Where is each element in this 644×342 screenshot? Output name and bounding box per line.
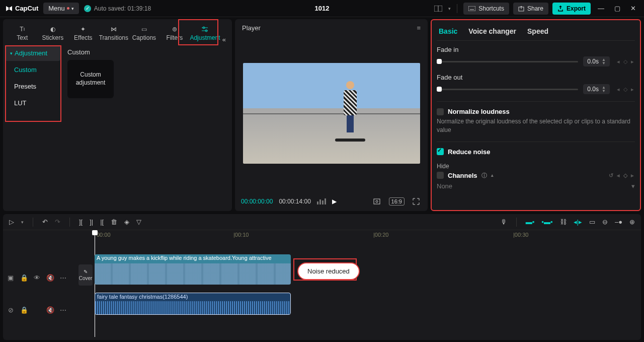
tab-text[interactable]: TIText bbox=[7, 25, 38, 43]
sidebar-item-lut[interactable]: LUT bbox=[5, 95, 60, 111]
shield-icon[interactable]: ◈ bbox=[124, 218, 129, 226]
stepper-icon[interactable]: ▲▼ bbox=[602, 58, 606, 65]
video-clip[interactable]: A young guy makes a kickflip while ridin… bbox=[95, 254, 291, 285]
hamburger-icon[interactable]: ≡ bbox=[417, 24, 421, 32]
svg-point-10 bbox=[376, 200, 378, 202]
zoom-out-icon[interactable]: ⊖ bbox=[602, 218, 608, 226]
fade-in-slider[interactable] bbox=[437, 61, 578, 62]
current-timecode[interactable]: 00:00:00:00 bbox=[241, 198, 273, 205]
inspector-panel: Basic Voice changer Speed Fade in 0.0s▲▼… bbox=[431, 19, 641, 211]
timeline-panel: ▷ ▾ ↶ ↷ ]​[ ]​| |​[ 🗑 ◈ ▽ 🎙 ▬▪ ▪▬▪ ⛓ ◂|▸… bbox=[3, 214, 641, 340]
tab-effects[interactable]: ✦Effects bbox=[68, 25, 99, 43]
reduce-noise-row[interactable]: Reduce noise bbox=[437, 148, 635, 156]
checkbox-unchecked-icon[interactable] bbox=[437, 108, 444, 115]
magnet-on-icon[interactable]: ▬▪ bbox=[526, 218, 535, 226]
fade-in-value[interactable]: 0.0s▲▼ bbox=[583, 56, 610, 66]
shortcuts-button[interactable]: Shortcuts bbox=[463, 3, 509, 15]
track-collapse-icon[interactable]: ▣ bbox=[7, 274, 14, 282]
track-collapse-icon[interactable]: ⊘ bbox=[7, 306, 14, 314]
tab-stickers[interactable]: ◐Stickers bbox=[38, 25, 68, 43]
chevron-up-icon[interactable]: ▴ bbox=[491, 173, 494, 178]
capcut-logo-icon bbox=[5, 5, 13, 13]
timeline-ruler[interactable]: 00:00 |00:10 |00:20 |00:30 bbox=[94, 230, 641, 242]
keyframe-nav-icon[interactable]: ◂ ◇ ▸ bbox=[617, 86, 635, 93]
custom-adjustment-thumb[interactable]: Custom adjustment bbox=[67, 60, 114, 98]
mic-icon[interactable]: 🎙 bbox=[501, 218, 507, 226]
badge-icon[interactable]: ▽ bbox=[136, 218, 141, 226]
channels-row[interactable]: Channels ⓘ ▴ ↺ ◂ ◇ ▸ bbox=[437, 172, 635, 179]
share-button[interactable]: Share bbox=[513, 3, 548, 15]
link-icon[interactable]: ⛓ bbox=[560, 218, 567, 226]
check-icon: ✓ bbox=[84, 5, 91, 12]
eye-icon[interactable]: 👁 bbox=[33, 274, 40, 282]
hide-label: Hide bbox=[437, 163, 635, 170]
export-button[interactable]: Export bbox=[552, 3, 591, 15]
lock-icon[interactable]: 🔒 bbox=[20, 274, 27, 282]
captions-icon: ▭ bbox=[141, 25, 147, 33]
cover-button[interactable]: ✎ Cover bbox=[78, 264, 93, 286]
snap-on-icon[interactable]: ▪▬▪ bbox=[541, 218, 552, 226]
undo-button[interactable]: ↶ bbox=[42, 218, 48, 226]
channels-value[interactable]: None ▾ bbox=[437, 179, 635, 193]
lock-icon[interactable]: 🔒 bbox=[20, 306, 27, 314]
sidebar-section-adjustment[interactable]: Adjustment bbox=[5, 45, 60, 61]
trim-left-icon[interactable]: ]​| bbox=[90, 218, 93, 226]
trim-right-icon[interactable]: |​[ bbox=[100, 218, 104, 226]
fade-out-value[interactable]: 0.0s▲▼ bbox=[583, 84, 610, 94]
checkbox-unchecked-icon[interactable] bbox=[437, 172, 444, 179]
tab-captions[interactable]: ▭Captions bbox=[129, 25, 159, 43]
snapshot-icon[interactable] bbox=[371, 197, 383, 206]
adjustment-sidebar: Adjustment Custom Presets LUT bbox=[3, 43, 62, 211]
fullscreen-icon[interactable] bbox=[411, 197, 422, 206]
tab-basic[interactable]: Basic bbox=[439, 27, 457, 35]
zoom-in-icon[interactable]: ⊕ bbox=[629, 218, 635, 226]
keyframe-nav-icon[interactable]: ◂ ◇ ▸ bbox=[617, 58, 635, 65]
tab-adjustment[interactable]: Adjustment bbox=[190, 25, 220, 43]
maximize-button[interactable]: ▢ bbox=[611, 5, 623, 12]
play-button[interactable]: ▶ bbox=[332, 198, 337, 205]
sidebar-item-presets[interactable]: Presets bbox=[5, 79, 60, 94]
split-icon[interactable]: ]​[ bbox=[79, 218, 83, 226]
dot-icon bbox=[67, 7, 69, 10]
checkbox-checked-icon[interactable] bbox=[437, 148, 444, 155]
tab-filters[interactable]: ⊚Filters bbox=[159, 25, 190, 43]
video-preview[interactable] bbox=[235, 37, 428, 194]
pointer-tool-icon[interactable]: ▷ bbox=[9, 218, 14, 226]
chevron-down-icon[interactable]: ▾ bbox=[448, 6, 451, 11]
waveform bbox=[95, 301, 290, 314]
tab-transitions[interactable]: ⋈Transitions bbox=[99, 25, 129, 43]
tab-voice-changer[interactable]: Voice changer bbox=[468, 27, 516, 35]
normalize-loudness-row[interactable]: Normalize loudness bbox=[437, 108, 635, 115]
adjustment-content: Custom Custom adjustment bbox=[62, 43, 232, 211]
audio-track-header: ⊘ 🔒 . 🔇 ⋯ bbox=[7, 303, 93, 317]
total-timecode: 00:00:14:00 bbox=[279, 198, 310, 205]
info-icon[interactable]: ⓘ bbox=[481, 172, 487, 179]
layout-icon[interactable] bbox=[432, 5, 444, 13]
keyboard-icon bbox=[468, 6, 475, 11]
preview-icon[interactable]: ▭ bbox=[589, 218, 595, 226]
chevron-down-icon[interactable]: ▾ bbox=[21, 220, 24, 225]
delete-icon[interactable]: 🗑 bbox=[111, 218, 117, 226]
mute-icon[interactable]: 🔇 bbox=[46, 274, 53, 282]
zoom-slider-icon[interactable]: –● bbox=[615, 218, 622, 226]
tab-speed[interactable]: Speed bbox=[527, 27, 548, 35]
align-on-icon[interactable]: ◂|▸ bbox=[574, 218, 582, 226]
fade-out-slider[interactable] bbox=[437, 89, 578, 90]
aspect-ratio-button[interactable]: 16:9 bbox=[389, 197, 405, 206]
collapse-panel-icon[interactable]: « bbox=[220, 36, 228, 43]
more-icon[interactable]: ⋯ bbox=[59, 274, 66, 282]
fade-out-label: Fade out bbox=[437, 74, 635, 81]
redo-button[interactable]: ↷ bbox=[55, 218, 60, 226]
app-name: CapCut bbox=[15, 5, 38, 12]
document-title[interactable]: 1012 bbox=[315, 5, 330, 12]
stepper-icon[interactable]: ▲▼ bbox=[602, 86, 606, 93]
menu-button[interactable]: Menu ▾ bbox=[43, 3, 79, 14]
mute-icon[interactable]: 🔇 bbox=[46, 306, 53, 314]
minimize-button[interactable]: — bbox=[595, 5, 607, 12]
audio-clip[interactable]: fairy tale fantasy christmas(1286544) bbox=[95, 293, 291, 315]
chevron-down-icon: ▾ bbox=[631, 182, 635, 190]
more-icon[interactable]: ⋯ bbox=[59, 306, 66, 314]
keyframe-nav-icon[interactable]: ↺ ◂ ◇ ▸ bbox=[609, 172, 635, 179]
sidebar-item-custom[interactable]: Custom bbox=[5, 62, 60, 78]
close-button[interactable]: ✕ bbox=[627, 5, 639, 12]
